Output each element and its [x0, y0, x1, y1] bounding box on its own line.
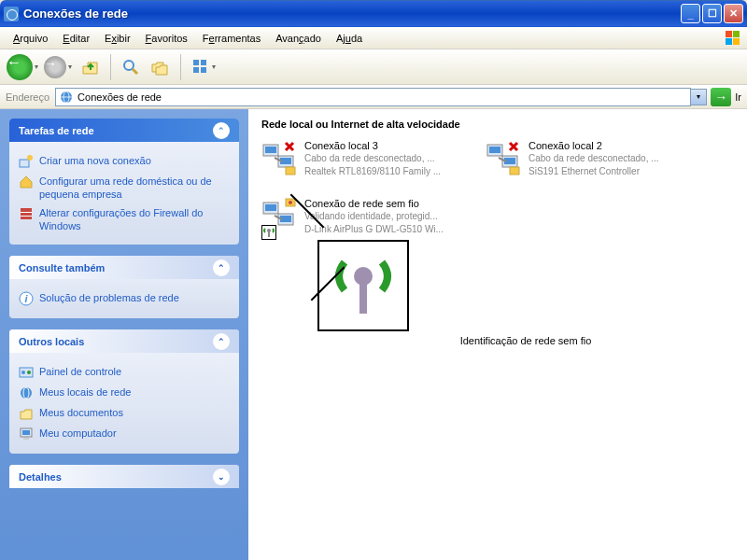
address-label: Endereço — [6, 91, 49, 103]
info-icon: i — [19, 291, 34, 306]
menu-arquivo[interactable]: Arquivo — [6, 30, 55, 47]
svg-rect-9 — [201, 67, 206, 73]
svg-point-4 — [124, 61, 134, 70]
windows-flag-icon — [725, 30, 741, 47]
wifi-signal-icon — [261, 225, 276, 240]
menubar: Arquivo Editar Exibir Favoritos Ferramen… — [0, 27, 747, 49]
toolbar-separator — [110, 54, 111, 80]
chevron-down-icon: ⌄ — [213, 469, 230, 485]
go-button[interactable]: → — [711, 88, 731, 106]
svg-point-50 — [354, 267, 373, 286]
svg-rect-1 — [733, 31, 740, 37]
new-connection-icon — [19, 154, 34, 169]
menu-editar[interactable]: Editar — [55, 30, 97, 47]
link-new-connection[interactable]: Criar uma nova conexão — [19, 151, 230, 172]
lan-disconnected-icon — [486, 139, 523, 176]
wifi-signal-zoom-icon — [317, 240, 409, 331]
svg-rect-6 — [193, 60, 199, 65]
svg-rect-39 — [510, 167, 519, 175]
link-control-panel[interactable]: Painel de controle — [19, 362, 230, 383]
toolbar-separator — [180, 54, 181, 80]
zoom-label: Identificação de rede sem fio — [317, 335, 734, 346]
svg-rect-35 — [489, 147, 500, 153]
panel-other-places: Outros locais⌃ Painel de controle Meus l… — [9, 329, 239, 454]
link-my-documents[interactable]: Meus documentos — [19, 403, 230, 424]
documents-icon — [19, 406, 34, 421]
svg-rect-3 — [733, 38, 740, 45]
connection-local-2[interactable]: Conexão local 2Cabo da rede desconectado… — [486, 139, 691, 178]
network-icon — [59, 90, 74, 105]
svg-point-22 — [27, 371, 31, 374]
svg-rect-2 — [726, 38, 732, 45]
folders-button[interactable] — [147, 53, 175, 81]
home-network-icon — [19, 175, 34, 189]
address-value: Conexões de rede — [78, 91, 162, 103]
panel-header-other[interactable]: Outros locais⌃ — [9, 329, 239, 353]
close-button[interactable]: ✕ — [724, 4, 743, 23]
address-field[interactable]: Conexões de rede — [55, 88, 691, 106]
svg-point-21 — [21, 371, 25, 374]
chevron-up-icon: ⌃ — [213, 333, 230, 350]
svg-rect-33 — [286, 167, 295, 175]
minimize-button[interactable]: _ — [681, 4, 700, 23]
menu-avancado[interactable]: Avançado — [268, 30, 329, 47]
svg-rect-16 — [21, 212, 32, 213]
link-my-computer[interactable]: Meu computador — [19, 424, 230, 444]
addressbar: Endereço Conexões de rede ▾ → Ir — [0, 85, 747, 109]
app-icon — [4, 7, 19, 21]
link-firewall-settings[interactable]: Alterar configurações do Firewall do Win… — [19, 203, 230, 235]
content-area: Rede local ou Internet de alta velocidad… — [248, 109, 747, 560]
panel-header-seealso[interactable]: Consulte também⌃ — [9, 256, 239, 279]
toolbar: ←▾ →▾ ▾ — [0, 49, 747, 85]
firewall-icon — [19, 206, 34, 221]
svg-point-14 — [27, 155, 33, 161]
address-dropdown[interactable]: ▾ — [691, 89, 707, 105]
svg-rect-13 — [20, 160, 29, 167]
link-troubleshoot[interactable]: iSolução de problemas de rede — [19, 288, 230, 309]
svg-rect-15 — [21, 208, 32, 219]
menu-ferramentas[interactable]: Ferramentas — [195, 30, 268, 47]
computer-icon — [19, 427, 34, 441]
lan-disconnected-icon — [261, 139, 299, 176]
svg-rect-17 — [21, 216, 32, 217]
svg-rect-27 — [23, 438, 29, 440]
titlebar: Conexões de rede _ ☐ ✕ — [0, 0, 747, 27]
svg-rect-7 — [201, 60, 206, 65]
menu-ajuda[interactable]: Ajuda — [329, 30, 370, 47]
svg-rect-26 — [22, 430, 30, 435]
window-title: Conexões de rede — [23, 7, 681, 21]
control-panel-icon — [19, 365, 34, 380]
svg-line-5 — [133, 69, 137, 74]
network-places-icon — [19, 385, 34, 400]
panel-details: Detalhes⌄ — [9, 465, 239, 488]
panel-header-details[interactable]: Detalhes⌄ — [9, 465, 239, 488]
svg-rect-29 — [265, 147, 276, 153]
search-button[interactable] — [117, 53, 145, 81]
connection-local-3[interactable]: Conexão local 3Cabo da rede desconectado… — [261, 139, 467, 178]
chevron-up-icon: ⌃ — [213, 122, 230, 139]
panel-header-tasks[interactable]: Tarefas de rede⌃ — [9, 119, 239, 142]
svg-rect-8 — [193, 67, 199, 73]
sidebar: Tarefas de rede⌃ Criar uma nova conexão … — [0, 109, 248, 560]
chevron-up-icon: ⌃ — [213, 259, 230, 276]
zoom-callout: Identificação de rede sem fio — [317, 240, 734, 346]
forward-button[interactable]: →▾ — [41, 53, 75, 81]
svg-rect-41 — [265, 204, 276, 211]
go-label: Ir — [735, 91, 741, 103]
maximize-button[interactable]: ☐ — [702, 4, 722, 23]
svg-point-48 — [267, 229, 271, 232]
menu-favoritos[interactable]: Favoritos — [138, 30, 195, 47]
panel-see-also: Consulte também⌃ iSolução de problemas d… — [9, 256, 239, 318]
back-button[interactable]: ←▾ — [6, 53, 39, 81]
svg-point-23 — [21, 387, 32, 399]
window-controls: _ ☐ ✕ — [681, 4, 743, 23]
connection-wireless[interactable]: Conexão de rede sem fioValidando identid… — [261, 197, 467, 236]
link-setup-network[interactable]: Configurar uma rede doméstica ou de pequ… — [19, 172, 230, 203]
svg-rect-0 — [726, 31, 732, 37]
panel-network-tasks: Tarefas de rede⌃ Criar uma nova conexão … — [9, 119, 239, 245]
up-button[interactable] — [77, 53, 105, 81]
menu-exibir[interactable]: Exibir — [97, 30, 138, 47]
link-network-places[interactable]: Meus locais de rede — [19, 383, 230, 403]
svg-point-46 — [289, 201, 292, 204]
views-button[interactable]: ▾ — [187, 53, 220, 81]
